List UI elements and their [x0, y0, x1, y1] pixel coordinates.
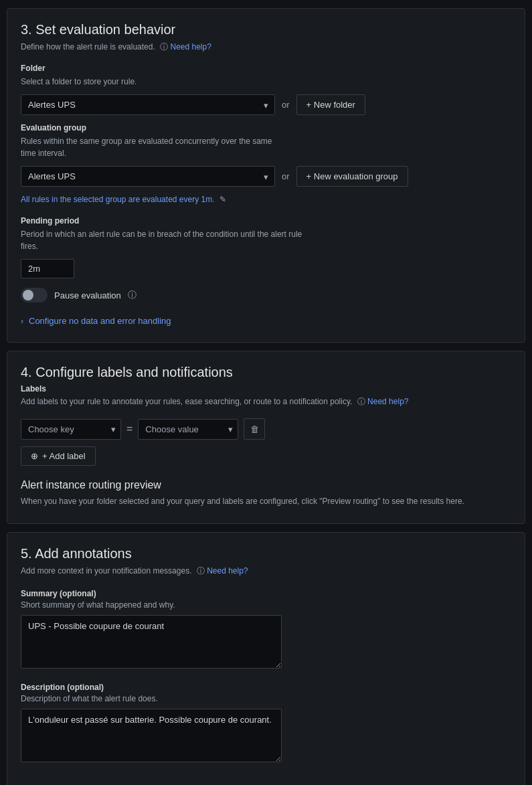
- routing-preview-desc: When you have your folder selected and y…: [21, 495, 511, 507]
- evaluation-group-row: Alertes UPS or + New evaluation group: [21, 166, 511, 187]
- pending-period-label: Pending period: [21, 216, 511, 226]
- configure-chevron-icon: ›: [21, 317, 23, 326]
- pending-period-desc: Period in which an alert rule can be in …: [21, 228, 511, 252]
- new-folder-button-label: + New folder: [306, 100, 355, 110]
- section-3-subtitle: Define how the alert rule is evaluated. …: [21, 41, 511, 53]
- section-3-info-icon: ⓘ: [160, 42, 168, 52]
- label-key-value-row: Choose key = Choose value 🗑: [21, 418, 511, 440]
- folder-field: Folder Select a folder to store your rul…: [21, 64, 511, 115]
- section-5-annotations: 5. Add annotations Add more context in y…: [7, 532, 525, 785]
- labels-field: Labels Add labels to your rule to annota…: [21, 384, 511, 466]
- pending-period-input[interactable]: [21, 259, 74, 278]
- evaluation-group-or-text: or: [282, 171, 290, 181]
- section-3-title: 3. Set evaluation behavior: [21, 22, 511, 37]
- pause-evaluation-toggle[interactable]: [21, 288, 48, 302]
- folder-desc: Select a folder to store your rule.: [21, 76, 511, 88]
- configure-no-data-row[interactable]: › Configure no data and error handling: [21, 316, 511, 326]
- folder-select-wrapper: Alertes UPS: [21, 94, 275, 115]
- edit-interval-icon[interactable]: ✎: [219, 195, 226, 204]
- section-5-subtitle: Add more context in your notification me…: [21, 565, 511, 577]
- pause-evaluation-label: Pause evaluation: [54, 290, 121, 300]
- section-3-subtitle-text: Define how the alert rule is evaluated.: [21, 42, 155, 52]
- evaluation-group-select[interactable]: Alertes UPS: [21, 166, 275, 187]
- evaluation-note-text: All rules in the selected group are eval…: [21, 195, 215, 204]
- evaluation-group-desc: Rules within the same group are evaluate…: [21, 135, 511, 159]
- label-key-wrapper: Choose key: [21, 419, 121, 440]
- section-3-need-help-link[interactable]: Need help?: [170, 42, 211, 52]
- labels-label: Labels: [21, 384, 511, 394]
- folder-select[interactable]: Alertes UPS: [21, 94, 275, 115]
- description-desc: Description of what the alert rule does.: [21, 694, 511, 703]
- labels-desc: Add labels to your rule to annotate your…: [21, 396, 511, 408]
- section-3-evaluation-behavior: 3. Set evaluation behavior Define how th…: [7, 8, 525, 343]
- section-4-labels-notifications: 4. Configure labels and notifications La…: [7, 351, 525, 524]
- trash-icon: 🗑: [250, 424, 259, 434]
- summary-field: Summary (optional) Short summary of what…: [21, 589, 511, 683]
- labels-info-icon: ⓘ: [357, 397, 365, 406]
- evaluation-group-select-wrapper: Alertes UPS: [21, 166, 275, 187]
- evaluation-group-label: Evaluation group: [21, 123, 511, 133]
- evaluation-group-field: Evaluation group Rules within the same g…: [21, 123, 511, 187]
- folder-or-text: or: [282, 100, 290, 110]
- label-value-wrapper: Choose value: [138, 419, 238, 440]
- labels-need-help-link[interactable]: Need help?: [367, 397, 408, 406]
- folder-label: Folder: [21, 64, 511, 73]
- pending-period-field: Pending period Period in which an alert …: [21, 216, 511, 278]
- section-5-need-help-link[interactable]: Need help?: [207, 566, 248, 576]
- evaluation-note: All rules in the selected group are eval…: [21, 195, 511, 204]
- add-label-plus-circle-icon: ⊕: [31, 451, 38, 461]
- description-textarea[interactable]: L'onduleur est passé sur batterie. Possi…: [21, 709, 282, 762]
- pause-evaluation-info-icon[interactable]: ⓘ: [128, 289, 137, 301]
- delete-label-button[interactable]: 🗑: [244, 418, 265, 440]
- routing-preview-title: Alert instance routing preview: [21, 479, 511, 491]
- summary-textarea[interactable]: UPS - Possible coupure de courant: [21, 615, 282, 669]
- add-label-button[interactable]: ⊕ + Add label: [21, 446, 96, 466]
- new-evaluation-group-button-label: + New evaluation group: [306, 171, 398, 181]
- equals-separator: =: [126, 423, 132, 435]
- toggle-knob: [23, 290, 33, 300]
- pause-evaluation-row: Pause evaluation ⓘ: [21, 288, 511, 302]
- summary-desc: Short summary of what happened and why.: [21, 600, 511, 610]
- section-5-title: 5. Add annotations: [21, 546, 511, 561]
- label-key-select[interactable]: Choose key: [21, 419, 121, 440]
- description-field: Description (optional) Description of wh…: [21, 683, 511, 776]
- label-value-select[interactable]: Choose value: [138, 419, 238, 440]
- summary-label: Summary (optional): [21, 589, 511, 598]
- folder-row: Alertes UPS or + New folder: [21, 94, 511, 115]
- configure-no-data-link: Configure no data and error handling: [29, 316, 171, 326]
- add-label-button-label: + Add label: [42, 451, 86, 461]
- new-folder-button[interactable]: + New folder: [296, 94, 365, 115]
- section-5-info-icon: ⓘ: [197, 566, 205, 576]
- description-label: Description (optional): [21, 683, 511, 692]
- new-evaluation-group-button[interactable]: + New evaluation group: [296, 166, 408, 187]
- section-4-title: 4. Configure labels and notifications: [21, 365, 511, 380]
